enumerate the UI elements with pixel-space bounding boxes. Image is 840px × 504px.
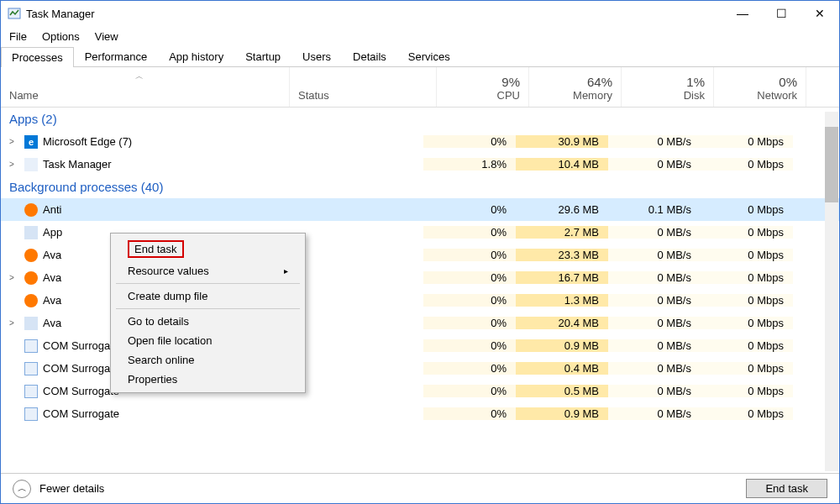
cell-mem: 20.4 MB [516,317,608,329]
process-row[interactable]: COM Surrogate0%0.9 MB0 MB/s0 Mbps [1,402,839,425]
process-row[interactable]: > e Microsoft Edge (7)0%30.9 MB0 MB/s0 M… [1,130,839,153]
expand-chevron-icon[interactable]: > [9,137,19,146]
cell-disk: 0 MB/s [608,158,701,171]
process-name: COM Surrogate [43,385,119,397]
process-name: COM Surrogate [43,339,119,352]
tab-processes[interactable]: Processes [1,47,74,67]
menu-options[interactable]: Options [42,30,80,43]
context-menu-search-online[interactable]: Search online [113,350,303,370]
avast-icon [24,294,38,307]
maximize-button[interactable]: ☐ [762,1,801,26]
cell-cpu: 0% [423,385,516,397]
cell-mem: 1.3 MB [516,294,608,307]
process-name: App [43,226,62,239]
process-name: Ava [43,249,61,261]
cell-disk: 0 MB/s [608,339,701,352]
cell-cpu: 0% [423,226,516,239]
group-header-bg: Background processes (40) [1,176,839,198]
cell-mem: 16.7 MB [516,271,608,284]
process-name: Ava [43,317,61,329]
column-memory[interactable]: 64%Memory [529,67,622,107]
column-name[interactable]: Name [1,67,290,107]
cell-disk: 0.1 MB/s [608,203,701,216]
cell-network: 0 Mbps [701,339,793,352]
edge-icon: e [24,135,38,149]
cell-disk: 0 MB/s [608,271,701,284]
end-task-button[interactable]: End task [746,479,827,498]
expand-chevron-icon[interactable]: > [9,273,19,282]
cell-mem: 0.9 MB [516,407,608,420]
context-menu-resource-values[interactable]: Resource values▸ [113,261,303,281]
chevron-up-icon[interactable]: ︿ [13,480,31,498]
cell-cpu: 0% [423,294,516,307]
cell-network: 0 Mbps [701,317,793,329]
cell-cpu: 0% [423,407,516,420]
fewer-details-link[interactable]: Fewer details [39,482,104,495]
group-label: Background processes (40) [9,180,163,194]
cell-cpu: 0% [423,203,516,216]
cell-mem: 0.4 MB [516,362,608,375]
cell-disk: 0 MB/s [608,385,701,397]
column-network[interactable]: 0%Network [714,67,806,107]
column-cpu[interactable]: 9%CPU [437,67,529,107]
process-row[interactable]: Anti0%29.6 MB0.1 MB/s0 Mbps [1,198,839,221]
tab-details[interactable]: Details [342,46,397,66]
process-row[interactable]: > Task Manager1.8%10.4 MB0 MB/s0 Mbps [1,153,839,176]
tab-services[interactable]: Services [397,46,461,66]
com-icon [24,407,38,421]
close-button[interactable]: ✕ [801,1,839,26]
minimize-button[interactable]: — [723,1,762,26]
context-menu-open-file-location[interactable]: Open file location [113,331,303,350]
group-header-apps: Apps (2) [1,108,839,130]
cell-network: 0 Mbps [701,203,793,216]
column-status[interactable]: Status [290,67,437,107]
gear-icon [24,226,38,239]
cell-cpu: 1.8% [423,158,516,171]
tab-performance[interactable]: Performance [74,46,158,66]
context-menu-end-task[interactable]: End task [113,237,303,261]
cell-cpu: 0% [423,249,516,261]
process-name: Ava [43,294,61,307]
cell-mem: 2.7 MB [516,226,608,239]
menu-view[interactable]: View [95,30,118,43]
cell-network: 0 Mbps [701,385,793,397]
titlebar: Task Manager — ☐ ✕ [1,1,839,26]
tm-icon [24,158,38,171]
scrollbar-thumb[interactable] [825,127,838,202]
cell-disk: 0 MB/s [608,226,701,239]
window-controls: — ☐ ✕ [723,1,839,26]
context-menu-create-dump-file[interactable]: Create dump file [113,286,303,306]
taskmanager-icon [8,7,21,20]
com-icon [24,385,38,398]
process-name: Task Manager [43,158,112,171]
group-label: Apps (2) [9,112,57,126]
context-menu-properties[interactable]: Properties [113,370,303,389]
submenu-arrow-icon: ▸ [284,266,288,276]
cell-network: 0 Mbps [701,135,793,148]
cell-network: 0 Mbps [701,362,793,375]
com-icon [24,362,38,375]
process-name: Microsoft Edge (7) [43,135,132,148]
menu-file[interactable]: File [9,30,27,43]
menu-separator [116,283,300,284]
cell-network: 0 Mbps [701,249,793,261]
gear-icon [24,317,38,330]
column-disk[interactable]: 1%Disk [622,67,714,107]
context-menu-go-to-details[interactable]: Go to details [113,312,303,331]
process-name: Anti [43,203,61,216]
cell-mem: 0.5 MB [516,385,608,397]
cell-disk: 0 MB/s [608,317,701,329]
context-menu: End taskResource values▸Create dump file… [110,233,306,393]
sort-caret-icon: ︿ [135,71,144,82]
expand-chevron-icon[interactable]: > [9,160,19,169]
tab-users[interactable]: Users [291,46,342,66]
tab-startup[interactable]: Startup [234,46,291,66]
tab-app-history[interactable]: App history [158,46,234,66]
process-name: COM Surrogate [43,407,119,420]
cell-cpu: 0% [423,135,516,148]
process-name: Ava [43,271,61,284]
expand-chevron-icon[interactable]: > [9,318,19,328]
cell-disk: 0 MB/s [608,294,701,307]
cell-network: 0 Mbps [701,226,793,239]
window-title: Task Manager [26,8,95,20]
